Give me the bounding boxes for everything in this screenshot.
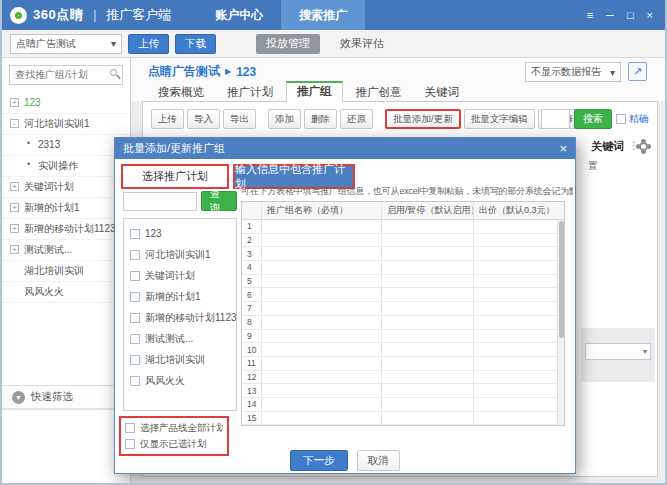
tree-item[interactable]: 123 xyxy=(2,93,130,114)
status-cell[interactable] xyxy=(382,247,474,260)
toolbar-button[interactable]: 批量文字编辑 xyxy=(464,109,535,129)
close-button[interactable]: × xyxy=(647,10,653,21)
mode-tab[interactable]: 投放管理 xyxy=(256,34,320,54)
download-button[interactable]: 下载 xyxy=(175,34,216,54)
table-settings-gear-icon[interactable] xyxy=(639,142,648,151)
toolbar-button[interactable]: 还原 xyxy=(340,109,373,129)
window-menu-icon[interactable]: ≡ xyxy=(587,10,593,21)
plan-checkbox-item[interactable]: 123 xyxy=(124,223,236,244)
bid-cell[interactable] xyxy=(474,316,564,329)
status-cell[interactable] xyxy=(382,275,474,288)
tree-item[interactable]: 测试测试... xyxy=(2,240,130,261)
group-name-cell[interactable] xyxy=(262,357,382,370)
tree-item[interactable]: 湖北培训实训 xyxy=(2,261,130,282)
bid-cell[interactable] xyxy=(474,288,564,301)
toolbar-button[interactable]: 批量添加/更新 xyxy=(385,109,461,129)
query-button[interactable]: 查询 xyxy=(201,191,237,211)
plan-checkbox-item[interactable]: 新增的移动计划1123123124124 xyxy=(124,307,236,328)
group-name-cell[interactable] xyxy=(262,261,382,274)
minimize-button[interactable]: ─ xyxy=(606,10,614,21)
bid-cell[interactable] xyxy=(474,220,564,233)
main-tab[interactable]: 关键词 xyxy=(415,83,470,102)
status-cell[interactable] xyxy=(382,220,474,233)
main-tab[interactable]: 推广组 xyxy=(286,81,343,102)
more-icon[interactable]: ⋮ xyxy=(629,140,639,151)
plan-checkbox-item[interactable]: 测试测试... xyxy=(124,328,236,349)
group-name-cell[interactable] xyxy=(262,275,382,288)
tree-item[interactable]: 实训操作 xyxy=(2,156,130,177)
bid-cell[interactable] xyxy=(474,384,564,397)
toolbar-button[interactable]: 导入 xyxy=(187,109,220,129)
quick-filter[interactable]: 快速筛选 xyxy=(2,385,130,410)
status-cell[interactable] xyxy=(382,288,474,301)
group-name-cell[interactable] xyxy=(262,316,382,329)
bid-cell[interactable] xyxy=(474,302,564,315)
bid-cell[interactable] xyxy=(474,261,564,274)
toolbar-search-input[interactable] xyxy=(541,109,570,129)
plan-checkbox-item[interactable]: 关键词计划 xyxy=(124,265,236,286)
plan-checkbox-item[interactable]: 风风火火 xyxy=(124,370,236,391)
group-name-cell[interactable] xyxy=(262,302,382,315)
status-cell[interactable] xyxy=(382,234,474,247)
report-select[interactable]: 不显示数据报告 ▾ xyxy=(525,62,621,82)
status-cell[interactable] xyxy=(382,412,474,425)
bid-cell[interactable] xyxy=(474,357,564,370)
next-button[interactable]: 下一步 xyxy=(290,450,348,471)
background-select[interactable]: ▾ xyxy=(585,343,651,360)
account-select[interactable]: 点睛广告测试 ▾ xyxy=(10,34,122,54)
toolbar-button[interactable]: 添加 xyxy=(268,109,301,129)
bid-cell[interactable] xyxy=(474,343,564,356)
bid-cell[interactable] xyxy=(474,371,564,384)
plan-checkbox-item[interactable]: 湖北培训实训 xyxy=(124,349,236,370)
maximize-button[interactable]: □ xyxy=(627,10,634,21)
status-cell[interactable] xyxy=(382,330,474,343)
tree-item[interactable]: 新增的计划1 xyxy=(2,198,130,219)
group-name-cell[interactable] xyxy=(262,330,382,343)
status-cell[interactable] xyxy=(382,343,474,356)
status-cell[interactable] xyxy=(382,357,474,370)
tree-item[interactable]: 关键词计划 xyxy=(2,177,130,198)
modal-close-button[interactable]: × xyxy=(559,142,567,155)
precise-checkbox[interactable]: 精确 xyxy=(616,112,649,126)
tree-item[interactable]: 2313 xyxy=(2,135,130,156)
plan-checkbox-item[interactable]: 新增的计划1 xyxy=(124,286,236,307)
status-cell[interactable] xyxy=(382,398,474,411)
bid-cell[interactable] xyxy=(474,275,564,288)
status-cell[interactable] xyxy=(382,371,474,384)
group-name-cell[interactable] xyxy=(262,371,382,384)
nav-item[interactable]: 账户中心 xyxy=(197,0,281,30)
status-cell[interactable] xyxy=(382,384,474,397)
status-cell[interactable] xyxy=(382,302,474,315)
tree-item[interactable]: 新增的移动计划1123123124124 xyxy=(2,219,130,240)
search-button[interactable]: 搜索 xyxy=(574,109,612,129)
group-name-cell[interactable] xyxy=(262,412,382,425)
scrollbar-thumb[interactable] xyxy=(559,221,564,338)
table-scrollbar[interactable] xyxy=(557,220,564,425)
main-tab[interactable]: 推广创意 xyxy=(346,83,412,102)
group-name-cell[interactable] xyxy=(262,247,382,260)
nav-item[interactable]: 搜索推广 xyxy=(281,0,365,30)
tree-item[interactable]: 风风火火 xyxy=(2,282,130,303)
tab-select-plan[interactable]: 选择推广计划 xyxy=(121,164,229,189)
upload-button[interactable]: 上传 xyxy=(128,34,169,54)
tree-item[interactable]: 河北培训实训1 xyxy=(2,114,130,135)
toolbar-button[interactable]: 删除 xyxy=(304,109,337,129)
toolbar-button[interactable]: 导出 xyxy=(223,109,256,129)
cancel-button[interactable]: 取消 xyxy=(357,450,400,471)
bid-cell[interactable] xyxy=(474,398,564,411)
plan-checkbox-item[interactable]: 河北培训实训1 xyxy=(124,244,236,265)
mode-tab[interactable]: 效果评估 xyxy=(330,34,394,54)
group-name-cell[interactable] xyxy=(262,220,382,233)
option-checkbox-item[interactable]: 选择产品线全部计划 xyxy=(125,420,223,436)
plan-query-input[interactable] xyxy=(123,192,197,211)
status-cell[interactable] xyxy=(382,316,474,329)
status-cell[interactable] xyxy=(382,261,474,274)
main-tab[interactable]: 推广计划 xyxy=(217,83,283,102)
group-name-cell[interactable] xyxy=(262,384,382,397)
group-name-cell[interactable] xyxy=(262,234,382,247)
toolbar-button[interactable]: 上传 xyxy=(151,109,184,129)
bid-cell[interactable] xyxy=(474,330,564,343)
report-export-icon[interactable]: ↗ xyxy=(628,62,647,81)
breadcrumb-current[interactable]: 123 xyxy=(236,65,256,79)
sidebar-search-input[interactable] xyxy=(9,65,123,85)
